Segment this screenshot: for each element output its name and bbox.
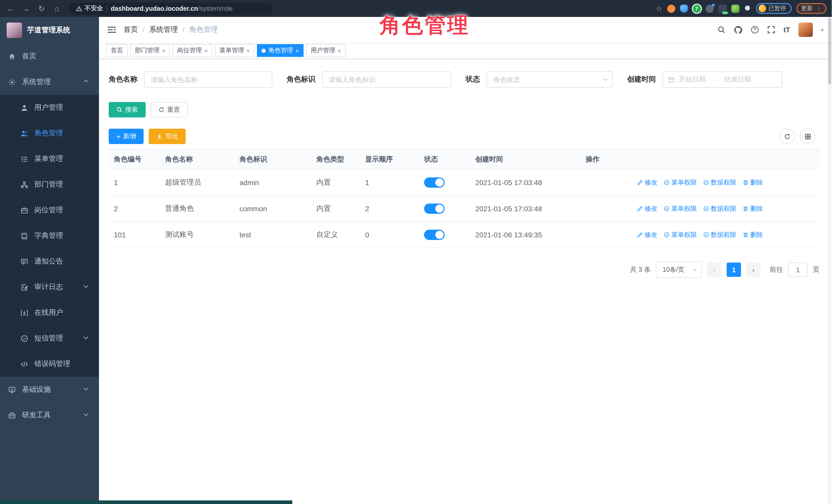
page-size-select[interactable] [656,262,702,278]
role-name-input[interactable] [144,71,272,88]
sidebar-item-3[interactable]: 角色管理 [0,121,99,146]
close-icon[interactable]: × [246,47,250,54]
browser-forward-icon[interactable]: → [21,0,32,17]
action-menu-permission-link[interactable]: 菜单权限 [664,231,697,239]
goto-page-input[interactable] [788,263,808,277]
address-bar[interactable]: 不安全 dashboard.yudao.iocoder.cn/system/ro… [69,2,273,15]
sidebar-item-label: 审计日志 [34,283,63,292]
page-number-button[interactable]: 1 [727,263,741,277]
action-data-permission-link[interactable]: 数据权限 [703,178,736,187]
search-icon[interactable] [718,26,726,34]
sidebar-item-0[interactable]: 首页 [0,44,99,69]
pagination: 共 3 条 ‹ 1 › 前往 页 [109,262,820,278]
bookmark-star-icon[interactable]: ☆ [656,4,662,12]
help-icon[interactable] [751,26,759,34]
tab-label: 岗位管理 [177,46,202,55]
action-data-permission-link[interactable]: 数据权限 [703,204,736,213]
extension-icon[interactable] [731,4,739,12]
status-toggle[interactable] [424,204,445,214]
browser-toolbar: ☆ 7 on 已暂停 更新 ⋮ [656,3,827,14]
action-edit-link[interactable]: 修改 [637,204,657,213]
search-button[interactable]: 搜索 [109,102,146,117]
delete-icon [743,232,749,238]
action-edit-link[interactable]: 修改 [637,178,657,187]
tab-2[interactable]: 岗位管理× [173,44,212,57]
browser-menu-icon[interactable]: ⋮ [816,5,822,12]
action-delete-link[interactable]: 删除 [743,204,763,213]
page-scrollbar[interactable] [828,17,832,504]
close-icon[interactable]: × [295,47,299,54]
sidebar-item-label: 角色管理 [34,129,63,138]
role-key-input[interactable] [322,71,451,88]
status-select[interactable] [487,71,613,88]
sidebar-item-1[interactable]: 系统管理 [0,69,99,95]
sidebar-item-label: 短信管理 [34,334,63,343]
breadcrumb-item-1[interactable]: 系统管理 [149,25,178,34]
sidebar-item-label: 研发工具 [22,411,51,420]
next-page-button[interactable]: › [746,263,760,277]
profile-paused-chip[interactable]: 已暂停 [756,3,792,14]
sidebar-item-10[interactable]: 在线用户 [0,300,99,325]
action-edit-link[interactable]: 修改 [637,231,657,239]
user-menu-caret-icon[interactable]: ▾ [821,27,824,32]
sidebar-item-14[interactable]: 研发工具 [0,402,99,428]
cell: common [234,195,311,222]
cell: 内置 [311,169,360,195]
sidebar-item-2[interactable]: 用户管理 [0,95,99,121]
browser-home-icon[interactable]: ⌂ [51,0,62,17]
tab-0[interactable]: 首页 [106,44,128,57]
sidebar-item-8[interactable]: 通知公告 [0,249,99,274]
sidebar-item-5[interactable]: 部门管理 [0,172,99,197]
sidebar-item-label: 字典管理 [34,231,63,240]
close-icon[interactable]: × [204,47,208,54]
add-button[interactable]: + 新增 [109,129,144,144]
sidebar-item-11[interactable]: 短信管理 [0,325,99,351]
user-avatar[interactable] [799,23,813,37]
status-toggle[interactable] [424,178,445,188]
tab-4[interactable]: 角色管理× [257,44,304,57]
sidebar-item-4[interactable]: 菜单管理 [0,146,99,172]
sidebar-item-7[interactable]: 字典管理 [0,223,99,249]
browser-reload-icon[interactable]: ↻ [36,0,47,17]
update-button[interactable]: 更新 ⋮ [796,3,827,14]
action-data-permission-link[interactable]: 数据权限 [703,231,736,239]
sidebar-item-label: 错误码管理 [34,360,70,369]
tab-1[interactable]: 部门管理× [130,44,170,57]
action-menu-permission-link[interactable]: 菜单权限 [664,204,697,213]
extension-icon[interactable] [680,4,688,12]
extension-icon[interactable] [705,4,713,12]
export-button[interactable]: 导出 [149,129,186,144]
date-end-placeholder[interactable]: 结束日期 [724,75,751,84]
extension-icon[interactable]: on [718,4,726,12]
prev-page-button[interactable]: ‹ [707,263,722,277]
column-settings-icon[interactable] [800,129,815,144]
sidebar-logo[interactable]: 芋道管理系统 [0,17,99,44]
extension-icon[interactable] [667,4,675,12]
font-size-icon[interactable]: tT [783,26,790,34]
action-delete-link[interactable]: 删除 [743,178,763,187]
github-icon[interactable] [734,25,743,34]
close-icon[interactable]: × [162,47,165,54]
cell: 内置 [311,195,360,222]
sidebar-collapse-icon[interactable] [107,26,116,34]
filter-form: 角色名称 角色标识 状态 创建时间 开始日期 - [109,71,820,88]
breadcrumb-item-0[interactable]: 首页 [124,25,138,34]
date-range-picker[interactable]: 开始日期 - 结束日期 [662,71,782,88]
action-menu-permission-link[interactable]: 菜单权限 [664,178,697,187]
extensions-puzzle-icon[interactable] [744,5,751,12]
refresh-icon[interactable] [779,129,795,144]
fullscreen-icon[interactable] [767,26,775,34]
sidebar-item-6[interactable]: 岗位管理 [0,197,99,223]
sidebar-item-13[interactable]: 基础设施 [0,377,99,402]
date-start-placeholder[interactable]: 开始日期 [679,75,706,84]
tab-5[interactable]: 用户管理× [306,44,346,57]
extension-icon[interactable]: 7 [693,4,701,12]
browser-back-icon[interactable]: ← [5,0,17,17]
status-toggle[interactable] [424,230,445,240]
sidebar-item-9[interactable]: 审计日志 [0,274,99,300]
action-delete-link[interactable]: 删除 [743,231,763,239]
tab-3[interactable]: 菜单管理× [215,44,255,57]
close-icon[interactable]: × [338,47,341,54]
sidebar-item-12[interactable]: 错误码管理 [0,351,99,377]
reset-button[interactable]: 重置 [151,102,188,117]
